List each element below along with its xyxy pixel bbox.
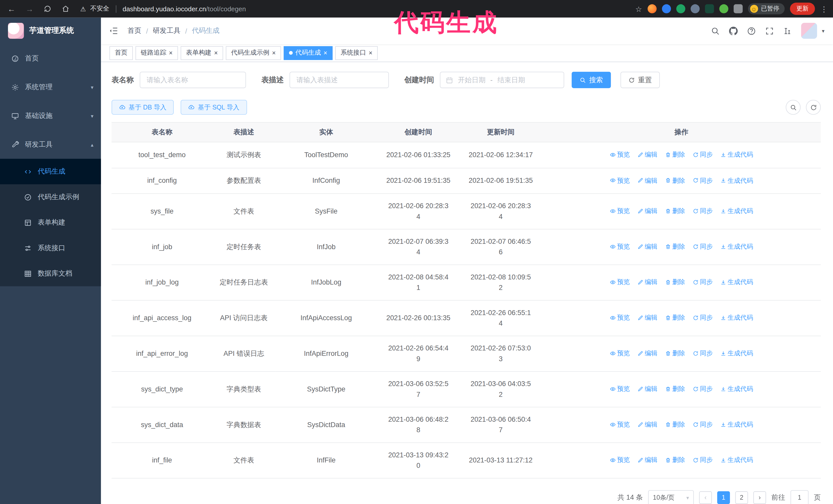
- delete-link[interactable]: 删除: [665, 348, 685, 358]
- edit-link[interactable]: 编辑: [637, 384, 658, 394]
- search-button[interactable]: 搜索: [572, 72, 611, 88]
- close-icon[interactable]: ×: [369, 50, 373, 56]
- preview-link[interactable]: 预览: [610, 419, 630, 430]
- sync-link[interactable]: 同步: [693, 419, 713, 430]
- profile-paused-badge[interactable]: ☺ 已暂停: [748, 3, 785, 14]
- edit-link[interactable]: 编辑: [637, 175, 658, 186]
- sidebar-item-db-doc[interactable]: 数据库文档: [0, 261, 101, 286]
- date-range-picker[interactable]: 开始日期 - 结束日期: [440, 72, 564, 88]
- app-logo-row[interactable]: 芋道管理系统: [0, 18, 101, 44]
- delete-link[interactable]: 删除: [665, 277, 685, 287]
- table-desc-input[interactable]: [290, 72, 389, 88]
- preview-link[interactable]: 预览: [610, 455, 630, 465]
- edit-link[interactable]: 编辑: [637, 455, 658, 465]
- home-icon[interactable]: [62, 5, 69, 13]
- generate-code-link[interactable]: 生成代码: [720, 419, 753, 430]
- tab-api[interactable]: 系统接口 ×: [335, 46, 378, 60]
- breadcrumb-item[interactable]: 首页: [127, 26, 141, 35]
- generate-code-link[interactable]: 生成代码: [720, 149, 753, 160]
- next-page-button[interactable]: ›: [753, 491, 766, 504]
- extension-icon[interactable]: [719, 4, 728, 13]
- breadcrumb-item[interactable]: 研发工具: [153, 26, 181, 35]
- extension-icon[interactable]: [690, 4, 699, 13]
- sidebar-item-system[interactable]: 系统管理 ▾: [0, 73, 101, 101]
- preview-link[interactable]: 预览: [610, 175, 630, 186]
- extension-icon[interactable]: [647, 4, 657, 13]
- delete-link[interactable]: 删除: [665, 312, 685, 323]
- extension-icon[interactable]: [676, 4, 685, 13]
- import-sql-button[interactable]: 基于 SQL 导入: [181, 100, 247, 115]
- edit-link[interactable]: 编辑: [637, 277, 658, 287]
- reset-button[interactable]: 重置: [620, 72, 660, 88]
- github-icon[interactable]: [729, 26, 738, 35]
- edit-link[interactable]: 编辑: [637, 312, 658, 323]
- sync-link[interactable]: 同步: [693, 384, 713, 394]
- font-size-icon[interactable]: [783, 26, 792, 35]
- preview-link[interactable]: 预览: [610, 206, 630, 216]
- edit-link[interactable]: 编辑: [637, 206, 658, 216]
- tab-codegen[interactable]: 代码生成 ×: [284, 46, 333, 60]
- sync-link[interactable]: 同步: [693, 348, 713, 358]
- page-button-2[interactable]: 2: [735, 491, 748, 504]
- preview-link[interactable]: 预览: [610, 149, 630, 160]
- goto-page-input[interactable]: [790, 490, 808, 504]
- back-icon[interactable]: ←: [7, 5, 15, 13]
- generate-code-link[interactable]: 生成代码: [720, 312, 753, 323]
- sidebar-fold-icon[interactable]: [109, 26, 118, 35]
- prev-page-button[interactable]: ‹: [699, 491, 712, 504]
- preview-link[interactable]: 预览: [610, 348, 630, 358]
- sync-link[interactable]: 同步: [693, 455, 713, 465]
- delete-link[interactable]: 删除: [665, 384, 685, 394]
- sync-link[interactable]: 同步: [693, 277, 713, 287]
- delete-link[interactable]: 删除: [665, 419, 685, 430]
- preview-link[interactable]: 预览: [610, 241, 630, 252]
- delete-link[interactable]: 删除: [665, 455, 685, 465]
- sidebar-item-devtools[interactable]: 研发工具 ▴: [0, 130, 101, 159]
- bookmark-star-icon[interactable]: ☆: [635, 5, 642, 13]
- forward-icon[interactable]: →: [25, 5, 33, 13]
- delete-link[interactable]: 删除: [665, 175, 685, 186]
- edit-link[interactable]: 编辑: [637, 241, 658, 252]
- extensions-puzzle-icon[interactable]: [733, 4, 742, 13]
- tab-form-builder[interactable]: 表单构建 ×: [181, 46, 223, 60]
- edit-link[interactable]: 编辑: [637, 149, 658, 160]
- preview-link[interactable]: 预览: [610, 277, 630, 287]
- sync-link[interactable]: 同步: [693, 149, 713, 160]
- tab-trace[interactable]: 链路追踪 ×: [136, 46, 178, 60]
- generate-code-link[interactable]: 生成代码: [720, 175, 753, 186]
- close-icon[interactable]: ×: [272, 50, 276, 56]
- sidebar-item-infra[interactable]: 基础设施 ▾: [0, 101, 101, 130]
- extension-icon[interactable]: [662, 4, 671, 13]
- toggle-search-button[interactable]: [786, 100, 801, 115]
- close-icon[interactable]: ×: [169, 50, 173, 56]
- chevron-down-icon[interactable]: ▾: [822, 28, 824, 34]
- generate-code-link[interactable]: 生成代码: [720, 455, 753, 465]
- update-button[interactable]: 更新: [790, 3, 815, 15]
- browser-menu-icon[interactable]: ⋮: [820, 5, 828, 13]
- sidebar-item-api[interactable]: 系统接口: [0, 235, 101, 261]
- edit-link[interactable]: 编辑: [637, 348, 658, 358]
- import-db-button[interactable]: 基于 DB 导入: [112, 100, 174, 115]
- sidebar-item-codegen-example[interactable]: 代码生成示例: [0, 184, 101, 210]
- preview-link[interactable]: 预览: [610, 312, 630, 323]
- edit-link[interactable]: 编辑: [637, 419, 658, 430]
- refresh-table-button[interactable]: [806, 100, 821, 115]
- page-button-1[interactable]: 1: [717, 491, 730, 504]
- table-name-input[interactable]: [140, 72, 246, 88]
- sync-link[interactable]: 同步: [693, 175, 713, 186]
- search-icon[interactable]: [711, 26, 720, 35]
- generate-code-link[interactable]: 生成代码: [720, 206, 753, 216]
- delete-link[interactable]: 删除: [665, 149, 685, 160]
- page-size-select[interactable]: 10条/页 ▾: [648, 490, 694, 504]
- generate-code-link[interactable]: 生成代码: [720, 384, 753, 394]
- tab-home[interactable]: 首页: [110, 46, 133, 60]
- extension-icon[interactable]: [705, 4, 714, 13]
- preview-link[interactable]: 预览: [610, 384, 630, 394]
- delete-link[interactable]: 删除: [665, 206, 685, 216]
- sync-link[interactable]: 同步: [693, 206, 713, 216]
- tab-codegen-example[interactable]: 代码生成示例 ×: [226, 46, 281, 60]
- sidebar-item-form-builder[interactable]: 表单构建: [0, 210, 101, 235]
- address-bar[interactable]: ⚠ 不安全 dashboard.yudao.iocoder.cn/tool/co…: [80, 4, 246, 13]
- close-icon[interactable]: ×: [324, 50, 327, 56]
- generate-code-link[interactable]: 生成代码: [720, 277, 753, 287]
